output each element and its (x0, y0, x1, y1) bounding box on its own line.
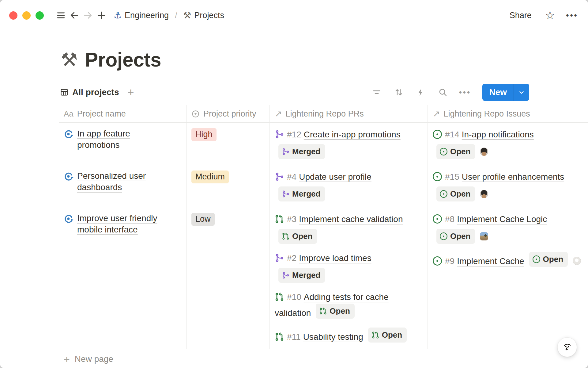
issue-number: #9 (445, 256, 454, 266)
breadcrumb-workspace-label: Engineering (125, 11, 169, 20)
pr-title-link[interactable]: Update user profile (299, 172, 371, 182)
issue-item: #14In-app notifications Open (433, 128, 582, 159)
pr-item: #4Update user profile Merged (275, 171, 422, 201)
sidebar-menu-icon[interactable] (54, 9, 68, 22)
breadcrumb-workspace[interactable]: ⚓ Engineering (111, 10, 171, 21)
github-sync-icon (64, 129, 74, 139)
issue-item: #15User profile enhancements Open (433, 171, 582, 201)
cell-repo-issues[interactable]: #8Implement Cache Logic Open #9Implement… (428, 207, 588, 349)
more-options-icon[interactable]: ••• (565, 9, 579, 22)
cell-project-name[interactable]: Personalized user dashboards (59, 165, 187, 207)
search-icon[interactable] (436, 86, 449, 99)
git-pull-request-icon (371, 331, 379, 339)
pr-title-link[interactable]: Implement cache validation (299, 214, 403, 224)
cell-project-priority[interactable]: Medium (187, 165, 270, 207)
table-row: In app feature promotions High #12Create… (59, 123, 588, 165)
back-arrow-icon[interactable] (68, 9, 81, 22)
cell-repo-prs[interactable]: #4Update user profile Merged (270, 165, 428, 207)
app-window: ⚓ Engineering / ⚒ Projects Share ☆ ••• ⚒… (0, 0, 588, 368)
pr-number: #12 (287, 130, 301, 139)
close-window-button[interactable] (9, 11, 17, 20)
issue-item: #8Implement Cache Logic Open (433, 213, 582, 244)
filter-icon[interactable] (370, 86, 383, 99)
issue-open-icon (440, 148, 447, 155)
status-badge-open: Open (436, 144, 475, 159)
page-title[interactable]: Projects (85, 48, 161, 71)
minimize-window-button[interactable] (22, 11, 31, 20)
cell-repo-prs[interactable]: #12Create in-app promotions Merged (270, 123, 428, 165)
issue-open-icon (433, 214, 442, 224)
favorite-star-icon[interactable]: ☆ (545, 10, 555, 21)
pr-item: #11Usability testingOpen (275, 328, 422, 343)
window-topbar: ⚓ Engineering / ⚒ Projects Share ☆ ••• (0, 0, 588, 31)
github-sync-icon (64, 214, 74, 224)
page-header: ⚒ Projects (61, 48, 161, 71)
column-label: Lightening Repo PRs (285, 109, 364, 119)
column-label: Project name (77, 109, 126, 119)
column-header-repo-issues[interactable]: ↗ Lightening Repo Issues (428, 105, 588, 122)
cell-project-name[interactable]: In app feature promotions (59, 123, 187, 165)
git-merge-icon (282, 148, 289, 155)
share-button[interactable]: Share (507, 9, 535, 22)
project-name-link[interactable]: In app feature promotions (77, 128, 169, 151)
git-merge-icon (282, 190, 289, 198)
column-header-repo-prs[interactable]: ↗ Lightening Repo PRs (270, 105, 428, 122)
issue-title-link[interactable]: Implement Cache (457, 256, 524, 266)
sort-icon[interactable] (392, 86, 405, 99)
issue-open-icon (440, 190, 447, 198)
assignee-avatar (480, 148, 488, 156)
zoom-window-button[interactable] (36, 11, 44, 20)
new-record-split-button: New (482, 84, 529, 101)
git-pull-request-icon (282, 232, 289, 240)
priority-tag-medium: Medium (191, 171, 229, 183)
table-row: Personalized user dashboards Medium #4Up… (59, 165, 588, 207)
automation-lightning-icon[interactable] (414, 86, 427, 99)
new-button-chevron-down-icon[interactable] (514, 84, 529, 101)
issue-number: #15 (445, 172, 459, 182)
add-view-plus-icon[interactable]: + (126, 88, 136, 97)
pr-title-link[interactable]: Create in-app promotions (304, 130, 401, 139)
git-merge-icon (275, 130, 284, 139)
git-pull-request-icon (275, 292, 284, 301)
new-page-label: New page (75, 354, 113, 364)
git-pull-request-icon (275, 332, 284, 341)
column-header-project-priority[interactable]: Project priority (187, 105, 270, 122)
issue-title-link[interactable]: User profile enhancements (462, 172, 564, 182)
project-name-link[interactable]: Improve user friendly mobile interface (77, 213, 169, 236)
issue-open-icon (433, 256, 442, 266)
pr-number: #11 (287, 332, 301, 342)
notion-ai-button[interactable] (557, 337, 577, 357)
assignee-avatar (480, 190, 488, 198)
issue-open-icon (440, 232, 447, 240)
page-icon-hammer-wrench[interactable]: ⚒ (61, 50, 78, 69)
new-page-row[interactable]: + New page (59, 349, 588, 368)
cell-repo-issues[interactable]: #15User profile enhancements Open (428, 165, 588, 207)
status-badge-merged: Merged (278, 268, 325, 283)
cell-project-name[interactable]: Improve user friendly mobile interface (59, 207, 187, 349)
tab-all-projects[interactable]: All projects (59, 86, 121, 99)
pr-title-link[interactable]: Improve load times (299, 253, 371, 263)
anchor-icon: ⚓ (114, 11, 122, 20)
pr-item: #3Implement cache validation Open (275, 213, 422, 244)
issue-title-link[interactable]: Implement Cache Logic (457, 214, 547, 224)
cell-project-priority[interactable]: Low (187, 207, 270, 349)
cell-repo-prs[interactable]: #3Implement cache validation Open #2Impr… (270, 207, 428, 349)
table-row: Improve user friendly mobile interface L… (59, 207, 588, 349)
issue-open-icon (433, 130, 442, 139)
projects-table: Aa Project name Project priority ↗ Light… (59, 105, 588, 368)
cell-project-priority[interactable]: High (187, 123, 270, 165)
pr-title-link[interactable]: Usability testing (303, 332, 363, 342)
view-options-icon[interactable]: ••• (458, 86, 471, 99)
forward-arrow-icon[interactable] (81, 9, 95, 22)
pr-item: #2Improve load times Merged (275, 252, 422, 283)
issue-title-link[interactable]: In-app notifications (462, 130, 534, 139)
project-name-link[interactable]: Personalized user dashboards (77, 171, 169, 193)
column-header-project-name[interactable]: Aa Project name (59, 105, 187, 122)
breadcrumb-page[interactable]: ⚒ Projects (181, 10, 227, 21)
status-badge-open: Open (436, 229, 475, 244)
new-page-plus-icon[interactable] (95, 9, 108, 22)
cell-repo-issues[interactable]: #14In-app notifications Open (428, 123, 588, 165)
new-button[interactable]: New (482, 84, 514, 101)
issue-number: #8 (445, 214, 454, 224)
plus-icon: + (64, 354, 70, 364)
